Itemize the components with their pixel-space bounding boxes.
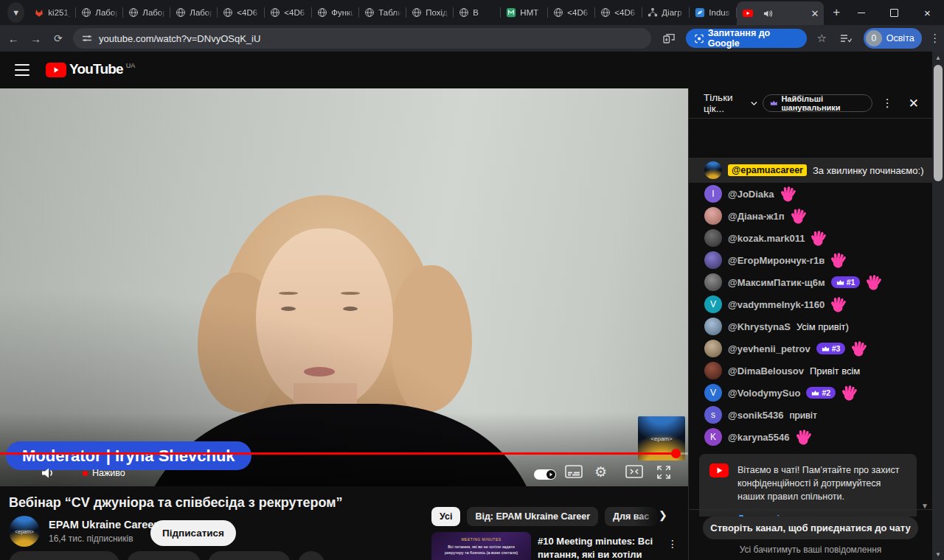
message-author[interactable]: @kozak.mark011 <box>728 233 805 244</box>
browser-tab[interactable]: Функц <box>312 0 359 25</box>
channel-avatar[interactable]: <epam> <box>9 516 40 547</box>
message-author[interactable]: @Діана-ж1п <box>728 211 785 222</box>
reading-list-button[interactable] <box>836 29 854 48</box>
message-avatar[interactable]: V <box>704 295 722 313</box>
message-avatar[interactable]: V <box>704 384 722 402</box>
subtitles-button[interactable] <box>565 465 583 478</box>
new-tab-button[interactable]: + <box>828 3 844 22</box>
message-author[interactable]: @sonik5436 <box>728 410 784 421</box>
refresh-button[interactable]: ⟳ <box>49 29 67 48</box>
bookmark-button[interactable]: ☆ <box>813 29 830 48</box>
address-bar[interactable]: youtube.com/watch?v=DNvyOSqK_iU <box>73 28 651 49</box>
chip-scroll-button[interactable]: ❯ <box>659 509 667 521</box>
action-pill[interactable] <box>127 551 201 560</box>
message-avatar[interactable] <box>704 161 722 179</box>
guide-menu-button[interactable] <box>15 64 30 76</box>
lens-icon <box>695 34 704 43</box>
message-author[interactable]: @JoDiaka <box>728 189 774 200</box>
browser-tab-active[interactable]: ✕ <box>737 1 824 25</box>
scroll-up-arrow[interactable]: ▲ <box>932 52 944 63</box>
settings-button[interactable]: ⚙ <box>594 463 607 480</box>
back-button[interactable]: ← <box>4 29 22 48</box>
browser-tab[interactable]: <4D6 <box>595 0 642 25</box>
tab-search-button[interactable]: ▼ <box>7 2 24 23</box>
create-channel-button[interactable]: Створіть канал, щоб приєднатися до чату <box>703 517 918 539</box>
message-avatar[interactable]: K <box>704 428 722 446</box>
message-avatar[interactable] <box>704 251 722 269</box>
browser-tab[interactable]: Лабор <box>123 0 170 25</box>
message-avatar[interactable] <box>704 362 722 379</box>
message-author[interactable]: @DimaBelousov <box>728 365 804 377</box>
browser-tab[interactable]: Лабор <box>170 0 218 25</box>
message-avatar[interactable]: s <box>704 406 722 424</box>
chat-close-button[interactable]: ✕ <box>903 96 925 111</box>
browser-tab[interactable]: <4D6 <box>265 0 312 25</box>
message-avatar[interactable] <box>704 340 722 357</box>
related-video-title[interactable]: #10 Meeting minutes: Всі питання, які ви… <box>538 535 664 560</box>
like-dislike-button[interactable] <box>9 551 119 560</box>
scroll-down-arrow[interactable]: ▼ <box>932 548 944 560</box>
filter-chip[interactable]: Усі <box>431 507 460 526</box>
message-author[interactable]: @yevhenii_petrov <box>728 343 811 354</box>
browser-tab[interactable]: Indus <box>690 0 737 25</box>
message-author[interactable]: @KhrystynaS <box>728 321 791 332</box>
progress-bar[interactable] <box>0 452 688 455</box>
subscribe-button[interactable]: Підписатися <box>150 520 236 546</box>
miniplayer-button[interactable] <box>625 465 643 478</box>
send-to-device-button[interactable] <box>660 29 678 48</box>
pause-button[interactable] <box>13 466 24 479</box>
site-info-icon[interactable] <box>82 33 92 43</box>
browser-tab[interactable]: <4D6 <box>548 0 595 25</box>
browser-tab[interactable]: Табли <box>359 0 406 25</box>
filter-chip[interactable]: Від: EPAM Ukraine Career <box>467 507 598 526</box>
browser-tab[interactable]: Діагр <box>642 0 690 25</box>
message-author[interactable]: @ЕгорМирончук-г1в <box>728 255 825 266</box>
more-actions-button[interactable] <box>298 551 324 560</box>
progress-dot[interactable] <box>671 449 681 458</box>
browser-tab[interactable]: Похід <box>406 0 454 25</box>
profile-button[interactable]: 0 Освіта <box>864 28 922 49</box>
plus-icon: + <box>833 5 840 20</box>
message-author[interactable]: @VolodymySuo <box>728 388 800 399</box>
browser-tab[interactable]: HMT <box>501 0 548 25</box>
browser-tab[interactable]: ki251_ <box>29 0 76 25</box>
browser-tab[interactable]: <4D6 <box>218 0 265 25</box>
waving-hand-icon <box>866 274 881 291</box>
browser-tab[interactable]: Лабор <box>76 0 123 25</box>
chat-menu-button[interactable]: ⋮ <box>878 97 898 110</box>
message-avatar[interactable] <box>704 207 722 225</box>
message-avatar[interactable]: I <box>704 185 722 203</box>
live-badge[interactable]: Наживо <box>83 468 125 478</box>
close-window-button[interactable]: × <box>911 0 944 25</box>
close-tab-button[interactable]: ✕ <box>811 8 819 19</box>
related-video-thumbnail[interactable]: MEETING MINUTES Всі питання, які ви не х… <box>431 532 531 560</box>
message-author[interactable]: @vadymmelnyk-1160 <box>728 299 825 310</box>
fullscreen-button[interactable] <box>656 465 671 480</box>
top-fans-badge[interactable]: Найбільші шанувальники <box>763 94 872 112</box>
message-author[interactable]: @epamuacareer <box>728 164 807 176</box>
chat-filter-dropdown[interactable]: Тільки цік... <box>704 92 757 114</box>
audio-playing-icon[interactable] <box>763 10 773 18</box>
waving-hand-icon <box>780 186 796 203</box>
channel-name[interactable]: EPAM Ukraine Career <box>49 519 158 531</box>
page-scrollbar[interactable]: ▲ ▼ <box>932 52 944 560</box>
youtube-logo[interactable]: YouTube UA <box>46 61 135 77</box>
message-author[interactable]: @karyna5546 <box>728 432 790 443</box>
message-avatar[interactable] <box>704 318 722 335</box>
ask-google-button[interactable]: Запитання до Google <box>686 29 807 48</box>
message-avatar[interactable] <box>704 273 722 291</box>
autoplay-toggle[interactable] <box>534 469 556 480</box>
volume-button[interactable] <box>41 466 55 480</box>
forward-button[interactable]: → <box>27 29 44 48</box>
maximize-button[interactable] <box>878 0 911 25</box>
related-video-menu-button[interactable]: ⋮ <box>667 538 678 550</box>
gear-icon: ⚙ <box>594 463 607 480</box>
browser-tab[interactable]: В <box>454 0 501 25</box>
message-avatar[interactable] <box>704 229 722 247</box>
scrollbar-thumb[interactable] <box>934 65 943 181</box>
message-author[interactable]: @МаксимПатик-щ6м <box>728 277 825 288</box>
minimize-button[interactable] <box>844 0 878 25</box>
browser-menu-button[interactable]: ⋮ <box>926 29 944 48</box>
video-player[interactable]: <epam> Moderator | Iryna Shevchuk Наживо… <box>0 88 688 486</box>
action-pill[interactable] <box>208 551 291 560</box>
